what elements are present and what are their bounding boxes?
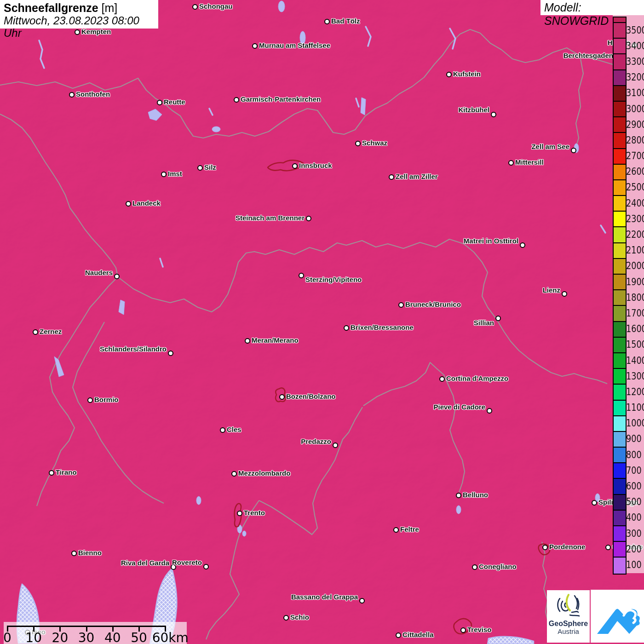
- colorbar-segment: [614, 196, 626, 212]
- colorbar-segment: [614, 432, 626, 448]
- colorbar-segment: [614, 495, 626, 511]
- city-dot: [456, 493, 461, 498]
- city-label: Innsbruck: [299, 161, 332, 169]
- city-label: Cittadella: [402, 631, 434, 638]
- city-label: Landeck: [132, 199, 161, 207]
- colorbar-tick-label: 200: [626, 541, 644, 557]
- colorbar-tick-label: 2100: [626, 242, 644, 258]
- city-label: Schongau: [199, 2, 233, 10]
- colorbar-tick-label: 2400: [626, 195, 644, 211]
- colorbar-segment: [614, 526, 626, 542]
- city-label: Bassano del Grappa: [291, 593, 358, 601]
- city-label: Silz: [204, 163, 216, 171]
- colorbar-segment: [614, 463, 626, 479]
- colorbar-tick-label: 2800: [626, 132, 644, 148]
- city-dot: [520, 242, 525, 248]
- colorbar-segment: [614, 86, 626, 102]
- city-label: Tirano: [56, 468, 77, 476]
- city-dot: [592, 500, 597, 506]
- scalebar-label: 40: [104, 630, 121, 644]
- city-dot: [279, 394, 285, 400]
- city-label: Bormio: [94, 396, 119, 403]
- city-dot: [487, 408, 492, 414]
- colorbar-tick-label: 3000: [626, 101, 644, 116]
- city-label: Brixen/Bressanone: [351, 323, 414, 331]
- colorbar-tick-label: 1900: [626, 274, 644, 289]
- city-label: Steinach am Brenner: [236, 214, 305, 222]
- colorbar-tick-label: 3200: [626, 69, 644, 85]
- colorbar-tick-label: 1100: [626, 400, 644, 415]
- city-label: Bozen/Bolzano: [286, 392, 336, 400]
- colorbar-segment: [614, 322, 626, 338]
- city-label: Berchtesgaden: [564, 52, 613, 59]
- city-dot: [446, 72, 452, 77]
- city-dot: [237, 511, 242, 516]
- city-dot: [495, 316, 501, 321]
- city-label: Zell am See: [531, 143, 569, 150]
- city-label: Mittersill: [515, 158, 544, 166]
- map-title: Schneefallgrenze [m]: [4, 2, 155, 14]
- colorbar-segment: [614, 180, 626, 196]
- colorbar-tick-label: 900: [626, 431, 644, 447]
- scalebar-label: 20: [52, 630, 69, 644]
- colorbar-segment: [614, 102, 626, 117]
- colorbar-segment: [614, 511, 626, 526]
- city-dot: [292, 163, 298, 169]
- colorbar-tick-label: 2500: [626, 179, 644, 195]
- city-label: Predazzo: [301, 437, 331, 445]
- colorbar-segment: [614, 401, 626, 416]
- city-dot: [396, 632, 401, 638]
- colorbar-tick-label: 2900: [626, 116, 644, 132]
- colorbar-tick-label: 2000: [626, 258, 644, 274]
- geosphere-swirl-icon: [554, 592, 583, 620]
- city-label: Reutte: [164, 98, 185, 106]
- city-dot: [114, 274, 120, 279]
- colorbar-segment: [614, 133, 626, 149]
- city-label: Cles: [227, 426, 242, 433]
- city-dot: [355, 141, 361, 146]
- city-label: Sterzing/Vipiteno: [305, 276, 362, 283]
- city-label: Nauders: [85, 269, 113, 276]
- model-label: Modell: SNOWGRID: [540, 0, 644, 15]
- colorbar-tick-label: 1400: [626, 352, 644, 368]
- snowfall-limit-map: SchongauBad TölzKemptenMurnau am Staffel…: [0, 0, 644, 644]
- city-dot: [157, 100, 162, 105]
- geosphere-logo-text: GeoSphere: [547, 620, 590, 628]
- colorbar-segment: [614, 416, 626, 432]
- city-dot: [192, 4, 198, 10]
- colorbar-segment: [614, 275, 626, 290]
- colorbar-tick-label: 2200: [626, 226, 644, 242]
- city-label: Mezzolombardo: [238, 469, 290, 477]
- city-label: Bruneck/Brunico: [405, 300, 461, 308]
- colorbar-segment: [614, 290, 626, 306]
- colorbar-segment: [614, 369, 626, 385]
- colorbar-segment: [614, 165, 626, 180]
- city-dot: [33, 329, 38, 335]
- colorbar-segment-partial: [614, 17, 626, 23]
- city-label: Imst: [168, 170, 182, 178]
- colorbar-tick-label: 600: [626, 478, 644, 494]
- colorbar: [613, 17, 627, 575]
- city-label: Zernez: [40, 328, 62, 335]
- city-dot: [439, 376, 445, 382]
- colorbar-tick-label: 100: [626, 557, 644, 572]
- city-label: Sonthofen: [76, 90, 110, 98]
- scalebar: 0102030405060km: [4, 622, 187, 644]
- city-dot: [542, 545, 548, 550]
- city-label: Schio: [290, 613, 309, 621]
- city-dot: [324, 19, 330, 24]
- colorbar-tick-label: 3400: [626, 38, 644, 53]
- city-label: Belluno: [463, 491, 488, 499]
- city-dot: [71, 551, 77, 556]
- city-label: Garmisch-Partenkirchen: [241, 95, 321, 103]
- city-label: Zell am Ziller: [396, 172, 438, 180]
- city-dot: [299, 273, 304, 278]
- city-dot: [245, 338, 250, 344]
- city-dot: [562, 291, 567, 297]
- colorbar-tick-label: 3100: [626, 85, 644, 101]
- city-label: Sillian: [474, 319, 494, 327]
- city-dot: [508, 160, 514, 166]
- city-dot: [571, 148, 576, 153]
- city-dot: [393, 527, 399, 533]
- city-dot: [234, 97, 239, 103]
